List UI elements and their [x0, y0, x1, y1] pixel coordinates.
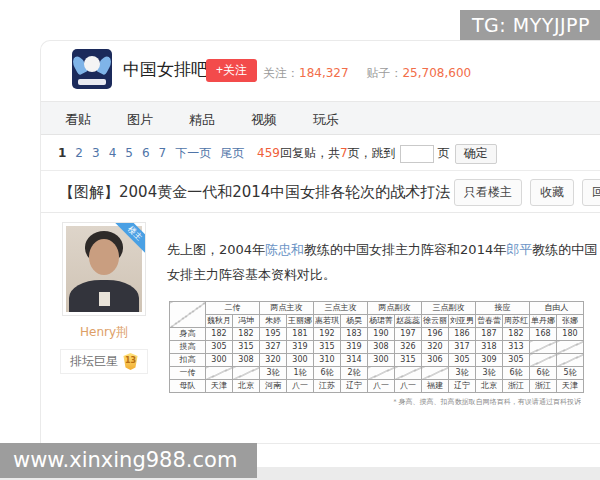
forum-title[interactable]: 中国女排吧: [123, 58, 208, 81]
author-link[interactable]: 郎平: [506, 242, 532, 257]
stat-cell: 195: [260, 328, 287, 341]
stat-cell: 190: [368, 328, 395, 341]
post-text: 先上图，2004年: [167, 242, 265, 257]
stat-cell: 181: [287, 328, 314, 341]
last-page-link[interactable]: 尾页: [220, 146, 244, 160]
player-name-cell: 杨珺菁: [368, 315, 395, 328]
poster-avatar[interactable]: 楼主: [62, 222, 146, 316]
nav-tab[interactable]: 看贴: [65, 103, 91, 136]
page-link[interactable]: 4: [109, 146, 117, 160]
player-name-cell: 单丹娜: [530, 315, 557, 328]
player-name-cell: 冯坤: [233, 315, 260, 328]
next-page-link[interactable]: 下一页: [175, 146, 211, 160]
followers-label: 关注：: [263, 66, 299, 80]
stat-cell: 3轮: [260, 367, 287, 380]
stat-cell: 6轮: [314, 367, 341, 380]
followers-count: 184,327: [299, 66, 349, 80]
player-name-cell: 刘亚男: [449, 315, 476, 328]
stat-cell: 6轮: [503, 367, 530, 380]
page-link[interactable]: 2: [75, 146, 83, 160]
poster-username[interactable]: Henry荆: [56, 324, 152, 341]
row-label-cell: 母队: [170, 380, 206, 393]
volleyball-icon: [84, 56, 100, 72]
stat-cell: 河南: [260, 380, 287, 393]
nav-tab[interactable]: 图片: [127, 103, 153, 136]
stat-cell: 197: [395, 328, 422, 341]
thread-actions: 只看楼主收藏回复: [446, 179, 600, 206]
player-name-cell: 赵蕊蕊: [395, 315, 422, 328]
page-link[interactable]: 3: [92, 146, 100, 160]
only-op-button[interactable]: 只看楼主: [454, 179, 522, 206]
stat-cell: 314: [341, 354, 368, 367]
stat-cell: [206, 367, 233, 380]
stat-cell: 305: [206, 341, 233, 354]
author-link[interactable]: 陈忠和: [265, 242, 304, 257]
player-name-cell: 杨昊: [341, 315, 368, 328]
stat-cell: [422, 367, 449, 380]
stat-cell: 江苏: [314, 380, 341, 393]
stat-cell: 306: [422, 354, 449, 367]
stat-cell: 319: [341, 341, 368, 354]
table-corner-cell: [170, 302, 206, 328]
avatar-face: [89, 239, 119, 275]
row-label-cell: 一传: [170, 367, 206, 380]
reply-count: 459: [257, 146, 280, 160]
player-name-cell: 张娜: [557, 315, 584, 328]
lineup-comparison-table: 二传两点主攻三点主攻两点副攻三点副攻接应自由人魏秋月冯坤朱婷王丽娜惠若琪杨昊杨珺…: [169, 301, 584, 393]
stat-cell: 192: [314, 328, 341, 341]
stat-cell: [557, 341, 584, 354]
stat-cell: [233, 367, 260, 380]
confirm-button[interactable]: 确定: [455, 144, 497, 164]
follow-button[interactable]: +关注: [206, 59, 257, 82]
stat-cell: 182: [503, 328, 530, 341]
stat-cell: [530, 341, 557, 354]
level-badge-icon: 13: [123, 353, 138, 370]
stat-cell: 八一: [287, 380, 314, 393]
reply-count-text: 回复贴，共: [280, 146, 340, 160]
page-unit-label: 页: [438, 146, 450, 160]
reply-button[interactable]: 回复: [582, 179, 600, 206]
stat-cell: 182: [233, 328, 260, 341]
page-link[interactable]: 5: [125, 146, 133, 160]
position-group-header: 接应: [476, 302, 530, 315]
page-current: 1: [58, 146, 66, 160]
stat-cell: 八一: [395, 380, 422, 393]
poster-sidebar: 楼主 Henry荆 排坛巨星 13: [56, 222, 152, 374]
page-link[interactable]: 7: [159, 146, 167, 160]
stat-cell: 319: [287, 341, 314, 354]
stat-cell: 辽宁: [341, 380, 368, 393]
table-footnote: ＊身高、摸高、扣高数据取自网络百科，有误请通过百科投诉: [258, 397, 581, 407]
stat-cell: 2轮: [341, 367, 368, 380]
logo-banner: [78, 79, 106, 85]
jump-text: 页，跳到: [348, 146, 396, 160]
stat-cell: 北京: [476, 380, 503, 393]
watermark-top-right: TG: MYYJJPP: [460, 10, 600, 40]
page-link[interactable]: 6: [142, 146, 150, 160]
nav-tab[interactable]: 玩乐: [313, 103, 339, 136]
jump-page-input[interactable]: [400, 145, 434, 163]
row-label-cell: 扣高: [170, 354, 206, 367]
stat-cell: 318: [476, 341, 503, 354]
posts-label: 贴子：: [366, 66, 402, 80]
player-name-cell: 曾春蕾: [476, 315, 503, 328]
stat-cell: 317: [449, 341, 476, 354]
nav-tab[interactable]: 视频: [251, 103, 277, 136]
stat-cell: 315: [233, 341, 260, 354]
thread-title: 【图解】2004黄金一代和2014中国女排各轮次的战术打法: [59, 183, 450, 202]
stat-cell: 186: [449, 328, 476, 341]
stat-cell: 315: [314, 341, 341, 354]
stat-cell: 180: [557, 328, 584, 341]
stat-cell: 辽宁: [449, 380, 476, 393]
favorite-button[interactable]: 收藏: [530, 179, 574, 206]
post-text: 教练的中国女排主力阵容和2014年: [304, 242, 506, 257]
stat-cell: 305: [449, 354, 476, 367]
stat-cell: 182: [206, 328, 233, 341]
nav-tab[interactable]: 精品: [189, 103, 215, 136]
post-content: 先上图，2004年陈忠和教练的中国女排主力阵容和2014年郎平教练的中国女排主力…: [167, 213, 600, 410]
player-name-cell: 朱婷: [260, 315, 287, 328]
stat-cell: 327: [260, 341, 287, 354]
stat-cell: 福建: [422, 380, 449, 393]
badge-title: 排坛巨星: [70, 353, 118, 370]
poster-badge[interactable]: 排坛巨星 13: [60, 349, 148, 374]
position-group-header: 二传: [206, 302, 260, 315]
